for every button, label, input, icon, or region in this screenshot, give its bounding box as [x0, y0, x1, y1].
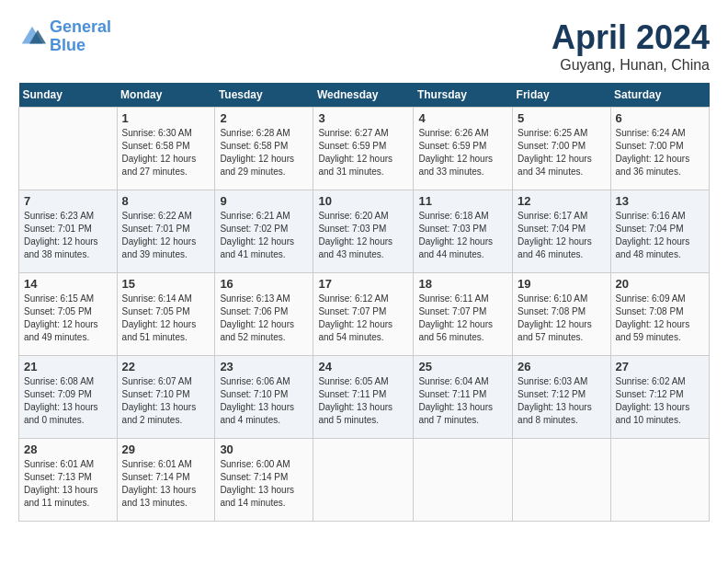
calendar-cell: 14Sunrise: 6:15 AM Sunset: 7:05 PM Dayli…	[19, 273, 118, 356]
day-info: Sunrise: 6:20 AM Sunset: 7:03 PM Dayligh…	[318, 210, 408, 261]
day-info: Sunrise: 6:10 AM Sunset: 7:08 PM Dayligh…	[518, 293, 605, 344]
calendar-cell	[513, 439, 610, 522]
day-number: 21	[24, 360, 112, 373]
weekday-saturday: Saturday	[610, 83, 709, 108]
day-info: Sunrise: 6:18 AM Sunset: 7:03 PM Dayligh…	[418, 210, 507, 261]
day-number: 3	[318, 111, 408, 125]
day-number: 12	[518, 194, 605, 208]
day-number: 16	[220, 277, 308, 291]
day-info: Sunrise: 6:09 AM Sunset: 7:08 PM Dayligh…	[616, 293, 704, 344]
calendar-week-5: 28Sunrise: 6:01 AM Sunset: 7:13 PM Dayli…	[19, 439, 710, 522]
day-info: Sunrise: 6:13 AM Sunset: 7:06 PM Dayligh…	[220, 293, 308, 344]
day-number: 18	[418, 277, 507, 291]
calendar-cell: 3Sunrise: 6:27 AM Sunset: 6:59 PM Daylig…	[313, 108, 414, 190]
calendar-week-2: 7Sunrise: 6:23 AM Sunset: 7:01 PM Daylig…	[19, 190, 710, 273]
weekday-header-row: SundayMondayTuesdayWednesdayThursdayFrid…	[19, 83, 710, 108]
day-info: Sunrise: 6:30 AM Sunset: 6:58 PM Dayligh…	[122, 127, 210, 178]
day-info: Sunrise: 6:06 AM Sunset: 7:10 PM Dayligh…	[220, 375, 308, 427]
day-info: Sunrise: 6:26 AM Sunset: 6:59 PM Dayligh…	[418, 127, 507, 178]
day-info: Sunrise: 6:24 AM Sunset: 7:00 PM Dayligh…	[616, 127, 704, 178]
day-number: 4	[418, 111, 507, 125]
day-info: Sunrise: 6:14 AM Sunset: 7:05 PM Dayligh…	[122, 293, 210, 344]
day-number: 19	[518, 277, 605, 291]
day-number: 24	[318, 360, 408, 373]
day-number: 11	[418, 194, 507, 208]
calendar-cell	[414, 439, 513, 522]
logo-icon	[18, 23, 46, 51]
calendar-cell: 27Sunrise: 6:02 AM Sunset: 7:12 PM Dayli…	[610, 356, 709, 439]
day-number: 15	[122, 277, 210, 291]
logo-general: General	[50, 17, 111, 36]
day-number: 13	[616, 194, 704, 208]
day-number: 2	[220, 111, 308, 125]
day-info: Sunrise: 6:02 AM Sunset: 7:12 PM Dayligh…	[616, 375, 704, 427]
calendar-cell: 25Sunrise: 6:04 AM Sunset: 7:11 PM Dayli…	[414, 356, 513, 439]
day-info: Sunrise: 6:03 AM Sunset: 7:12 PM Dayligh…	[518, 375, 605, 427]
day-number: 28	[24, 442, 112, 456]
weekday-thursday: Thursday	[414, 83, 513, 108]
calendar-header: SundayMondayTuesdayWednesdayThursdayFrid…	[19, 83, 710, 108]
day-info: Sunrise: 6:15 AM Sunset: 7:05 PM Dayligh…	[24, 293, 112, 344]
calendar-week-3: 14Sunrise: 6:15 AM Sunset: 7:05 PM Dayli…	[19, 273, 710, 356]
day-number: 1	[122, 111, 210, 125]
calendar-cell: 26Sunrise: 6:03 AM Sunset: 7:12 PM Dayli…	[513, 356, 610, 439]
calendar-cell	[610, 439, 709, 522]
calendar-table: SundayMondayTuesdayWednesdayThursdayFrid…	[18, 83, 710, 522]
location-title: Guyang, Hunan, China	[552, 57, 710, 74]
day-info: Sunrise: 6:01 AM Sunset: 7:13 PM Dayligh…	[24, 458, 112, 510]
logo: General Blue	[18, 18, 111, 55]
calendar-week-1: 1Sunrise: 6:30 AM Sunset: 6:58 PM Daylig…	[19, 108, 710, 190]
day-number: 14	[24, 277, 112, 291]
calendar-cell: 22Sunrise: 6:07 AM Sunset: 7:10 PM Dayli…	[117, 356, 215, 439]
calendar-cell: 29Sunrise: 6:01 AM Sunset: 7:14 PM Dayli…	[117, 439, 215, 522]
calendar-cell: 9Sunrise: 6:21 AM Sunset: 7:02 PM Daylig…	[215, 190, 313, 273]
day-number: 7	[24, 194, 112, 208]
calendar-cell: 6Sunrise: 6:24 AM Sunset: 7:00 PM Daylig…	[610, 108, 709, 190]
logo-text: General Blue	[50, 18, 111, 55]
calendar-cell: 4Sunrise: 6:26 AM Sunset: 6:59 PM Daylig…	[414, 108, 513, 190]
calendar-cell: 11Sunrise: 6:18 AM Sunset: 7:03 PM Dayli…	[414, 190, 513, 273]
day-number: 8	[122, 194, 210, 208]
day-info: Sunrise: 6:22 AM Sunset: 7:01 PM Dayligh…	[122, 210, 210, 261]
day-number: 17	[318, 277, 408, 291]
day-info: Sunrise: 6:05 AM Sunset: 7:11 PM Dayligh…	[318, 375, 408, 427]
title-block: April 2024 Guyang, Hunan, China	[552, 18, 710, 74]
day-number: 5	[518, 111, 605, 125]
day-number: 30	[220, 442, 308, 456]
calendar-cell: 8Sunrise: 6:22 AM Sunset: 7:01 PM Daylig…	[117, 190, 215, 273]
weekday-monday: Monday	[117, 83, 215, 108]
day-info: Sunrise: 6:11 AM Sunset: 7:07 PM Dayligh…	[418, 293, 507, 344]
calendar-cell: 21Sunrise: 6:08 AM Sunset: 7:09 PM Dayli…	[19, 356, 118, 439]
day-info: Sunrise: 6:25 AM Sunset: 7:00 PM Dayligh…	[518, 127, 605, 178]
calendar-cell: 28Sunrise: 6:01 AM Sunset: 7:13 PM Dayli…	[19, 439, 118, 522]
day-info: Sunrise: 6:04 AM Sunset: 7:11 PM Dayligh…	[418, 375, 507, 427]
calendar-cell: 23Sunrise: 6:06 AM Sunset: 7:10 PM Dayli…	[215, 356, 313, 439]
day-number: 29	[122, 442, 210, 456]
calendar-cell: 20Sunrise: 6:09 AM Sunset: 7:08 PM Dayli…	[610, 273, 709, 356]
day-number: 9	[220, 194, 308, 208]
weekday-wednesday: Wednesday	[313, 83, 414, 108]
calendar-cell: 13Sunrise: 6:16 AM Sunset: 7:04 PM Dayli…	[610, 190, 709, 273]
weekday-friday: Friday	[513, 83, 610, 108]
day-number: 6	[616, 111, 704, 125]
day-number: 23	[220, 360, 308, 373]
day-number: 27	[616, 360, 704, 373]
day-number: 26	[518, 360, 605, 373]
day-number: 25	[418, 360, 507, 373]
calendar-week-4: 21Sunrise: 6:08 AM Sunset: 7:09 PM Dayli…	[19, 356, 710, 439]
calendar-cell: 24Sunrise: 6:05 AM Sunset: 7:11 PM Dayli…	[313, 356, 414, 439]
day-info: Sunrise: 6:28 AM Sunset: 6:58 PM Dayligh…	[220, 127, 308, 178]
day-info: Sunrise: 6:12 AM Sunset: 7:07 PM Dayligh…	[318, 293, 408, 344]
calendar-cell: 18Sunrise: 6:11 AM Sunset: 7:07 PM Dayli…	[414, 273, 513, 356]
day-info: Sunrise: 6:00 AM Sunset: 7:14 PM Dayligh…	[220, 458, 308, 510]
calendar-cell: 2Sunrise: 6:28 AM Sunset: 6:58 PM Daylig…	[215, 108, 313, 190]
weekday-tuesday: Tuesday	[215, 83, 313, 108]
calendar-cell: 1Sunrise: 6:30 AM Sunset: 6:58 PM Daylig…	[117, 108, 215, 190]
calendar-cell	[19, 108, 118, 190]
calendar-cell	[313, 439, 414, 522]
calendar-cell: 16Sunrise: 6:13 AM Sunset: 7:06 PM Dayli…	[215, 273, 313, 356]
day-info: Sunrise: 6:23 AM Sunset: 7:01 PM Dayligh…	[24, 210, 112, 261]
day-info: Sunrise: 6:21 AM Sunset: 7:02 PM Dayligh…	[220, 210, 308, 261]
calendar-cell: 12Sunrise: 6:17 AM Sunset: 7:04 PM Dayli…	[513, 190, 610, 273]
day-info: Sunrise: 6:01 AM Sunset: 7:14 PM Dayligh…	[122, 458, 210, 510]
